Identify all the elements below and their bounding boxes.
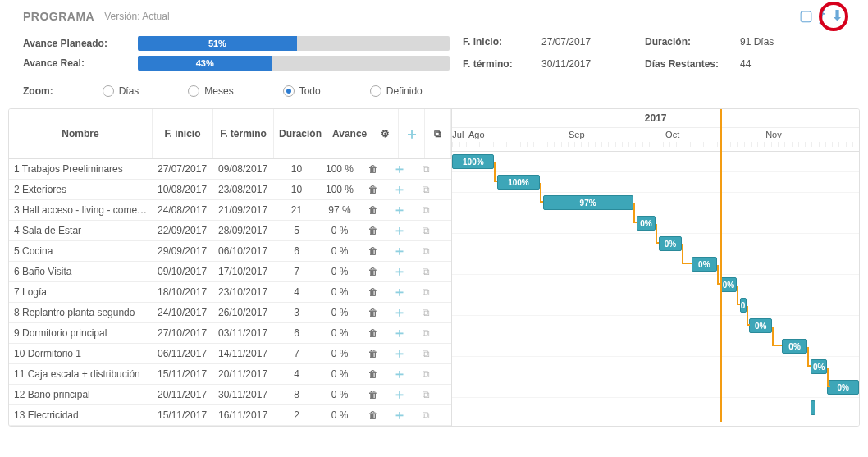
plus-icon — [393, 346, 406, 360]
zoom-controls: Zoom: DíasMesesTodoDefinido — [0, 79, 868, 108]
plus-icon — [393, 326, 406, 340]
cell-duration: 4 — [274, 368, 319, 380]
cell-start: 10/08/2017 — [153, 184, 213, 195]
cell-progress: 0 % — [319, 286, 360, 298]
gantt-bar[interactable]: 100% — [497, 175, 539, 190]
row-add-button[interactable] — [386, 366, 413, 383]
row-delete-button[interactable] — [360, 204, 386, 216]
row-add-button[interactable] — [386, 243, 413, 260]
table-row[interactable]: 2 Exteriores10/08/201723/08/201710100 % — [9, 180, 451, 200]
table-row[interactable]: 11 Caja escala + distribución15/11/20172… — [9, 364, 451, 385]
radio-dot — [283, 85, 295, 97]
row-copy-button[interactable] — [413, 368, 439, 380]
row-delete-button[interactable] — [360, 327, 386, 339]
table-row[interactable]: 5 Cocina29/09/201706/10/201760 % — [9, 241, 451, 262]
row-delete-button[interactable] — [360, 266, 386, 277]
row-copy-button[interactable] — [413, 286, 439, 298]
gantt-bar[interactable]: 0% — [692, 257, 717, 272]
table-row[interactable]: 3 Hall acceso - living - comedor24/08/20… — [9, 200, 451, 221]
row-copy-button[interactable] — [413, 225, 439, 236]
table-row[interactable]: 8 Replantro planta segundo24/10/201726/1… — [9, 303, 451, 323]
gantt-bar[interactable]: 0% — [827, 380, 859, 395]
row-delete-button[interactable] — [360, 368, 386, 380]
table-row[interactable]: 13 Electricidad15/11/201716/11/201720 % — [9, 405, 451, 426]
gantt-bar[interactable]: 0% — [659, 236, 682, 251]
table-row[interactable]: 1 Trabajos Preeliminares27/07/201709/08/… — [9, 159, 451, 180]
table-row[interactable]: 12 Baño principal20/11/201730/11/201780 … — [9, 385, 451, 405]
plus-icon — [393, 182, 406, 196]
header-icon-1[interactable]: ▢ — [799, 7, 813, 25]
table-row[interactable]: 9 Dormitorio principal27/10/201703/11/20… — [9, 323, 451, 344]
row-add-button[interactable] — [386, 304, 413, 322]
remaining-value: 44 — [740, 58, 806, 75]
table-row[interactable]: 4 Sala de Estar22/09/201728/09/201750 % — [9, 221, 451, 241]
row-copy-button[interactable] — [413, 409, 439, 421]
row-add-button[interactable] — [386, 325, 413, 342]
row-copy-button[interactable] — [413, 184, 439, 195]
row-add-button[interactable] — [386, 181, 413, 199]
gantt-bar[interactable]: 0% — [811, 359, 827, 374]
table-row[interactable]: 6 Baño Visita09/10/201717/10/201770 % — [9, 262, 451, 282]
trash-icon — [368, 204, 378, 216]
cell-name: 13 Electricidad — [9, 409, 153, 421]
row-copy-button[interactable] — [413, 266, 439, 277]
gantt-bar[interactable] — [811, 400, 815, 415]
cell-start: 15/11/2017 — [153, 409, 213, 421]
header-download-icon[interactable]: ⬇ — [831, 7, 843, 25]
header-branch-icon[interactable]: ƒ — [818, 7, 826, 25]
gantt-bar[interactable]: 0% — [749, 318, 772, 333]
row-add-button[interactable] — [386, 161, 413, 178]
row-delete-button[interactable] — [360, 225, 386, 236]
plus-icon — [393, 244, 406, 258]
row-copy-button[interactable] — [413, 327, 439, 339]
gantt-ticks — [452, 142, 859, 152]
row-delete-button[interactable] — [360, 307, 386, 318]
gantt-bar[interactable]: 0% — [637, 216, 656, 231]
row-delete-button[interactable] — [360, 409, 386, 421]
col-nombre: Nombre — [9, 109, 153, 158]
row-add-button[interactable] — [386, 202, 413, 219]
row-copy-button[interactable] — [413, 204, 439, 216]
trash-icon — [368, 348, 378, 359]
month-label: Jul — [452, 130, 464, 139]
gantt-bar[interactable]: 0 — [740, 298, 747, 313]
row-delete-button[interactable] — [360, 348, 386, 359]
row-copy-button[interactable] — [413, 348, 439, 359]
zoom-option-todo[interactable]: Todo — [283, 85, 321, 97]
cell-name: 11 Caja escala + distribución — [9, 368, 153, 380]
row-add-button[interactable] — [386, 345, 413, 363]
row-copy-button[interactable] — [413, 163, 439, 175]
row-add-button[interactable] — [386, 386, 413, 404]
col-copy-icon[interactable] — [425, 109, 451, 158]
gantt-row — [452, 398, 859, 418]
col-inicio: F. inicio — [153, 109, 213, 158]
task-connector — [807, 347, 811, 367]
row-delete-button[interactable] — [360, 163, 386, 175]
cell-start: 18/10/2017 — [153, 286, 213, 298]
row-add-button[interactable] — [386, 222, 413, 240]
gantt-bar[interactable]: 97% — [543, 195, 633, 210]
zoom-option-meses[interactable]: Meses — [188, 85, 233, 97]
gantt-bar[interactable]: 100% — [452, 154, 494, 169]
cell-end: 09/08/2017 — [213, 163, 274, 175]
zoom-option-días[interactable]: Días — [103, 85, 139, 97]
table-row[interactable]: 7 Logía18/10/201723/10/201740 % — [9, 282, 451, 303]
row-delete-button[interactable] — [360, 389, 386, 400]
cell-name: 5 Cocina — [9, 245, 153, 257]
row-delete-button[interactable] — [360, 184, 386, 195]
col-add-icon[interactable] — [399, 109, 425, 158]
col-settings-icon[interactable] — [372, 109, 399, 158]
table-row[interactable]: 10 Dormitorio 106/11/201714/11/201770 % — [9, 344, 451, 364]
radio-label: Todo — [299, 85, 321, 97]
row-copy-button[interactable] — [413, 389, 439, 400]
row-add-button[interactable] — [386, 284, 413, 301]
row-copy-button[interactable] — [413, 307, 439, 318]
zoom-option-definido[interactable]: Definido — [370, 85, 423, 97]
gantt-bar[interactable]: 0% — [782, 339, 807, 354]
gantt-bar[interactable]: 0% — [720, 277, 737, 292]
row-delete-button[interactable] — [360, 245, 386, 257]
row-add-button[interactable] — [386, 407, 413, 424]
row-delete-button[interactable] — [360, 286, 386, 298]
row-add-button[interactable] — [386, 263, 413, 281]
row-copy-button[interactable] — [413, 245, 439, 257]
